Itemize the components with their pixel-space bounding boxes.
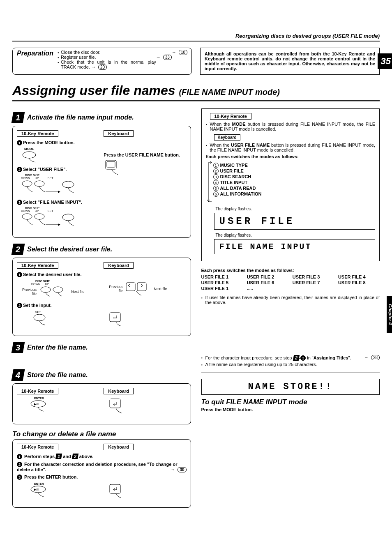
uf: USER FILE 1 — [201, 286, 243, 291]
keyboard-label: Keyboard — [104, 130, 134, 137]
t: MUSIC TYPE — [220, 163, 248, 168]
svg-rect-17 — [110, 399, 120, 408]
chapter-tab: Chapter 4 — [387, 296, 392, 333]
main-title: Assigning user file names (FILE NAME INP… — [12, 83, 380, 98]
up-label: UP — [45, 283, 49, 286]
loop-bracket-icon — [206, 161, 213, 206]
page-ref: 20 — [98, 64, 107, 70]
t: Assigning Titles — [314, 355, 348, 360]
svg-point-0 — [23, 152, 36, 158]
prev-file-label: Previous file — [108, 285, 123, 293]
t: USER FILE NAME — [231, 143, 270, 147]
t: For the character input procedure, see s… — [205, 355, 293, 360]
ten-key-remote-label: 10-Key Remote — [17, 388, 58, 394]
page-header: Reorganizing discs to desired groups (US… — [12, 33, 380, 41]
step-4-title: Store the file name. — [27, 371, 88, 379]
ten-key-remote-label: 10-Key Remote — [17, 262, 58, 269]
keyboard-label: Keyboard — [104, 444, 134, 450]
t: ALL DATA READ — [220, 186, 256, 191]
mode-list: 1MUSIC TYPE 2USER FILE 3DISC SEARCH 4TIT… — [213, 162, 262, 204]
t: DISC SEARCH — [220, 174, 251, 179]
set-label: SET — [48, 177, 53, 180]
step-number-icon: 4 — [12, 369, 25, 381]
ten-key-remote-label: 10-Key Remote — [210, 113, 251, 120]
mode-label: MODE — [21, 147, 37, 151]
set-label: SET — [35, 311, 99, 313]
step-ref-icon: 2 — [72, 454, 78, 459]
keyboard-label: Keyboard — [214, 134, 240, 140]
instr-text: Select "FILE NAME INPUT". — [23, 200, 82, 205]
instruction: 2Set the input. — [17, 303, 187, 308]
change-delete-heading: To change or delete a file name — [12, 430, 191, 438]
user-file-note: If user file names have already been reg… — [201, 295, 380, 305]
uf: USER FILE 2 — [247, 274, 288, 279]
t: Press the ENTER button. — [24, 474, 78, 479]
svg-rect-11 — [126, 283, 135, 291]
arrow-icon: → — [156, 55, 161, 60]
ten-key-remote-label: 10-Key Remote — [17, 130, 58, 137]
uf: USER FILE 7 — [293, 280, 334, 285]
svg-rect-14 — [110, 313, 120, 322]
svg-rect-20 — [110, 484, 120, 493]
user-file-head: Each press switches the modes as follows… — [201, 268, 380, 273]
svg-text:▶/II: ▶/II — [34, 488, 39, 491]
enter-key-graphic — [108, 397, 186, 417]
next-file-label: Next file — [71, 290, 85, 294]
svg-point-3 — [62, 181, 74, 188]
key-arrows-graphic: Previous file Next file — [108, 280, 186, 298]
step3-note2: A file name can be registered using up t… — [201, 362, 380, 367]
prep-text: Check that the unit is in the normal pla… — [61, 60, 156, 69]
instruction: 1Select the desired user file. — [17, 272, 187, 277]
prep-text: Register user file. — [61, 55, 96, 60]
two-column-layout: 1 Activate the file name input mode. 10-… — [12, 108, 380, 514]
instr-text: Set the input. — [23, 303, 52, 308]
svg-point-10 — [53, 287, 63, 292]
main-title-a: Assigning user file names — [12, 83, 179, 98]
mode-item: 5ALL DATA READ — [213, 186, 262, 191]
step-2-box: 10-Key Remote Keyboard 1Select the desir… — [12, 258, 191, 336]
uf: USER FILE 4 — [338, 274, 380, 279]
t: For the character correction and deletio… — [17, 462, 177, 472]
mode-notes-box: 10-Key Remote When the MODE button is pr… — [201, 108, 380, 261]
quit-body: Press the MODE button. — [201, 407, 380, 412]
disc-skip-label: DISC SKIP — [25, 174, 39, 177]
page-number: 35 — [378, 53, 392, 69]
instruction: 1Press the MODE button. — [17, 140, 99, 145]
uf: USER FILE 5 — [201, 280, 243, 285]
disc-skip-graphic: DISC SKIP DOWN UP SET — [21, 174, 99, 197]
preparation-box: Preparation Close the disc door.→18 Regi… — [12, 48, 192, 75]
enter-key-graphic — [108, 311, 186, 328]
instruction: 2 For the character correction and delet… — [17, 462, 187, 472]
step-1-title: Activate the file name input mode. — [27, 114, 134, 121]
main-title-b: (FILE NAME INPUT mode) — [179, 88, 280, 97]
prep-item: Close the disc door.→18 — [58, 50, 187, 55]
set-button-graphic: SET — [21, 311, 99, 328]
svg-rect-8 — [107, 161, 115, 167]
t: ". — [348, 355, 351, 360]
t: ALL INFORMATION — [220, 191, 262, 196]
t: TITLE INPUT — [220, 180, 248, 185]
down-label: DOWN — [31, 283, 40, 286]
change-delete-box: 10-Key Remote Keyboard 1 Perform steps 1… — [12, 439, 191, 508]
t: When the — [210, 143, 231, 147]
user-file-grid: USER FILE 1 USER FILE 2 USER FILE 3 USER… — [201, 274, 380, 291]
svg-point-6 — [62, 214, 74, 221]
svg-point-9 — [41, 287, 51, 292]
uf: USER FILE 1 — [201, 274, 243, 279]
mode-item: 4TITLE INPUT — [213, 180, 262, 185]
lcd-display: USER FILE — [214, 213, 376, 230]
up-label: UP — [35, 210, 39, 212]
quit-heading: To quit FILE NAME INPUT mode — [201, 398, 380, 406]
keyboard-label: Keyboard — [104, 388, 134, 394]
page-ref: 28 — [371, 355, 380, 360]
instruction: 3 Press the ENTER button. — [17, 474, 187, 480]
down-label: DOWN — [21, 177, 30, 180]
step-ref-icon: 2 — [293, 355, 299, 361]
disc-skip-graphic-2: DISC SKIP DOWN UP SET — [21, 207, 99, 230]
mode-item: 3DISC SEARCH — [213, 174, 262, 180]
instr-text: Select "USER FILE". — [23, 167, 67, 172]
step-4-box: 10-Key Remote ENTER ▶/II Keyboard — [12, 383, 191, 424]
instruction: 1 Perform steps 1 and 2 above. — [17, 454, 187, 459]
left-column: 1 Activate the file name input mode. 10-… — [12, 108, 191, 514]
arrow-icon: → — [172, 50, 176, 55]
